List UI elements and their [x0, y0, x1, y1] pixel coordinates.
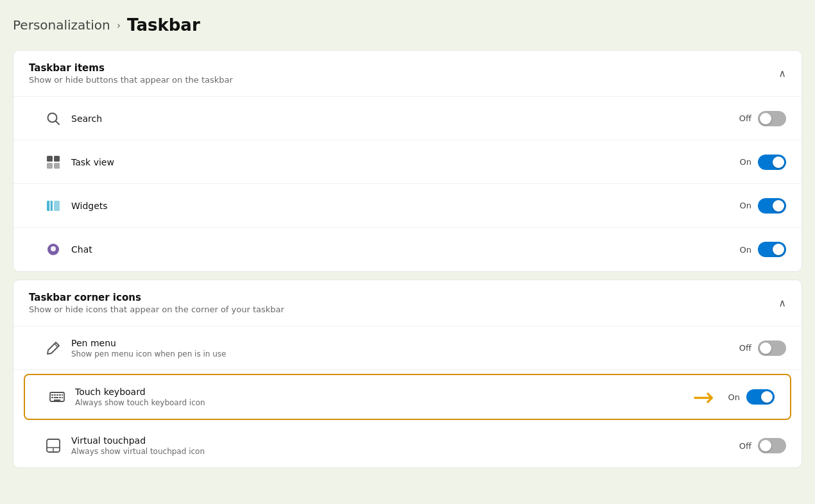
corner-icons-collapse-icon[interactable]: ∧: [778, 297, 786, 309]
taskbar-items-header: Taskbar items Show or hide buttons that …: [13, 51, 802, 97]
breadcrumb-separator: ›: [117, 19, 121, 31]
chat-row: Chat On: [13, 228, 802, 271]
breadcrumb: Personalization › Taskbar: [13, 15, 802, 35]
svg-rect-14: [54, 394, 56, 396]
search-row: Search Off: [13, 97, 802, 140]
touch-keyboard-name: Touch keyboard: [75, 387, 692, 397]
touch-keyboard-toggle[interactable]: [746, 389, 775, 405]
virtual-touchpad-desc: Always show virtual touchpad icon: [71, 447, 736, 456]
touch-keyboard-status: On: [725, 392, 740, 402]
svg-rect-2: [47, 156, 53, 162]
svg-rect-3: [54, 156, 60, 162]
chat-toggle[interactable]: [758, 242, 786, 257]
breadcrumb-current: Taskbar: [127, 15, 200, 35]
touch-keyboard-icon: [48, 388, 66, 406]
pen-menu-status: Off: [736, 343, 751, 353]
svg-rect-4: [47, 163, 53, 169]
pen-menu-toggle[interactable]: [758, 340, 786, 356]
svg-line-1: [56, 121, 60, 124]
svg-rect-5: [54, 163, 60, 169]
chat-name: Chat: [71, 244, 736, 255]
touch-keyboard-row: Touch keyboard Always show touch keyboar…: [24, 374, 791, 420]
widgets-toggle[interactable]: [758, 198, 786, 214]
arrow-annotation: →: [692, 384, 714, 410]
widgets-name: Widgets: [71, 201, 736, 211]
svg-rect-18: [51, 397, 53, 398]
task-view-status: On: [736, 157, 751, 167]
task-view-name: Task view: [71, 157, 736, 167]
svg-rect-22: [54, 399, 60, 401]
widgets-status: On: [736, 201, 751, 210]
corner-icons-subtitle: Show or hide icons that appear on the co…: [29, 305, 284, 314]
pen-menu-icon: [44, 339, 62, 357]
chat-status: On: [736, 245, 751, 255]
svg-rect-21: [62, 397, 63, 398]
widgets-row: Widgets On: [13, 184, 802, 228]
virtual-touchpad-toggle[interactable]: [758, 438, 786, 453]
virtual-touchpad-status: Off: [736, 441, 751, 451]
taskbar-items-title: Taskbar items: [29, 62, 233, 74]
virtual-touchpad-name: Virtual touchpad: [71, 435, 736, 446]
taskbar-items-subtitle: Show or hide buttons that appear on the …: [29, 75, 233, 85]
touch-keyboard-desc: Always show touch keyboard icon: [75, 398, 692, 407]
widgets-icon: [44, 197, 62, 215]
corner-icons-title: Taskbar corner icons: [29, 292, 284, 303]
svg-rect-20: [59, 397, 61, 398]
pen-menu-desc: Show pen menu icon when pen is in use: [71, 349, 736, 358]
svg-rect-16: [59, 394, 61, 396]
virtual-touchpad-row: Virtual touchpad Always show virtual tou…: [13, 424, 802, 467]
search-icon: [44, 110, 62, 128]
pen-menu-name: Pen menu: [71, 338, 736, 348]
chat-icon: [44, 240, 62, 258]
svg-point-10: [51, 246, 56, 251]
task-view-toggle[interactable]: [758, 155, 786, 170]
breadcrumb-parent[interactable]: Personalization: [13, 17, 110, 33]
svg-rect-15: [56, 394, 58, 396]
search-name: Search: [71, 113, 736, 124]
search-toggle[interactable]: [758, 111, 786, 126]
taskbar-items-collapse-icon[interactable]: ∧: [778, 67, 786, 80]
svg-rect-19: [54, 397, 58, 398]
svg-rect-17: [62, 394, 63, 396]
taskbar-items-section: Taskbar items Show or hide buttons that …: [13, 50, 802, 272]
pen-menu-row: Pen menu Show pen menu icon when pen is …: [13, 326, 802, 370]
svg-rect-7: [54, 201, 60, 211]
corner-icons-header: Taskbar corner icons Show or hide icons …: [13, 280, 802, 326]
svg-rect-13: [51, 394, 53, 396]
task-view-row: Task view On: [13, 140, 802, 184]
virtual-touchpad-icon: [44, 437, 62, 455]
search-status: Off: [736, 113, 751, 123]
corner-icons-section: Taskbar corner icons Show or hide icons …: [13, 280, 802, 468]
task-view-icon: [44, 153, 62, 171]
